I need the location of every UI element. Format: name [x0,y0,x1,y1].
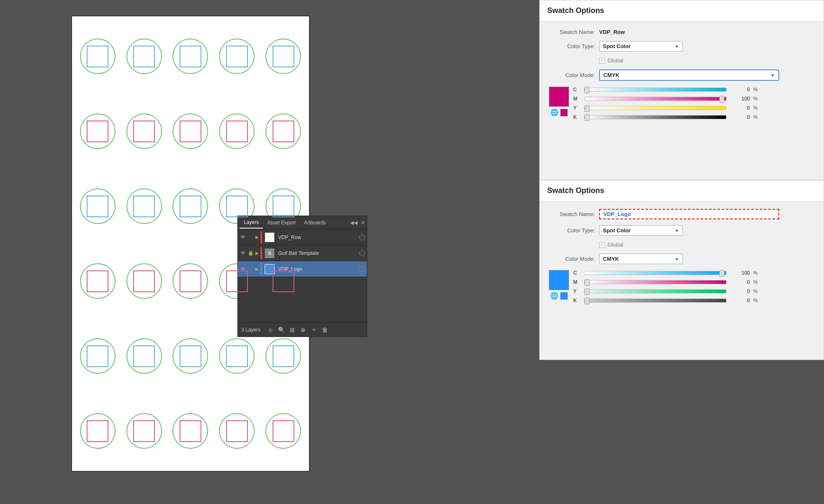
lock-icon-golf-ball[interactable]: 🔒 [248,250,254,256]
slider-m-thumb-top[interactable] [719,96,724,103]
swatch-name-value-top: VDP_Row [599,29,625,35]
slider-c-value-top: 0 [730,87,750,93]
slider-c-top: C 0 % [573,87,814,93]
tab-artboards[interactable]: Artboards [300,217,330,228]
cell-5-1 [76,320,119,392]
visibility-icon-vdp-row[interactable]: 👁 [239,234,246,241]
delete-layer-icon[interactable]: 🗑 [321,326,329,334]
layer-row-vdp-logo[interactable]: 👁 ▶ VDP_Logo [238,261,367,277]
tab-layers[interactable]: Layers [239,217,263,229]
slider-y-pct-bottom: % [753,288,760,294]
color-type-dropdown-bottom[interactable]: Spot Color ▼ [599,225,683,236]
global-checkbox-top[interactable]: ✓ [599,58,605,64]
slider-k-track-bottom[interactable] [584,298,726,303]
color-type-label-bottom: Color Type: [549,227,595,234]
cell-1-3 [169,21,212,92]
slider-c-thumb-top[interactable] [585,87,590,93]
layer-color-bar-golf-ball [260,247,262,259]
expand-arrow-vdp-logo[interactable]: ▶ [255,267,259,271]
global-checkbox-bottom[interactable]: ✓ [599,242,605,248]
slider-c-track-top[interactable] [584,87,726,92]
color-mode-row-top: Color Mode: CMYK ▼ [549,69,814,81]
collapse-icon[interactable]: ◀◀ [350,220,358,226]
slider-c-bottom: C 100 % [573,270,814,276]
swatch-preview-top [549,87,569,107]
cell-5-3 [169,320,212,392]
swatch-name-input-bottom[interactable]: VDP_Logo [599,209,779,219]
cell-2-3 [169,95,212,167]
cell-6-5 [262,395,305,467]
cell-6-3 [169,395,212,467]
slider-y-value-bottom: 0 [730,288,750,294]
cell-6-4 [215,395,258,467]
slider-c-track-bottom[interactable] [584,271,726,275]
swatch-name-row-top: Swatch Name: VDP_Row [549,29,814,35]
chevron-down-icon-color-mode-top: ▼ [770,73,775,78]
swatch-panel-bottom-body: Swatch Name: VDP_Logo Color Type: Spot C… [540,201,824,317]
slider-y-label-top: Y [573,105,581,111]
slider-c-thumb-bottom[interactable] [719,270,724,277]
slider-y-bottom: Y 0 % [573,288,814,294]
color-type-row-bottom: Color Type: Spot Color ▼ [549,225,814,236]
color-mode-label-bottom: Color Mode: [549,256,595,262]
slider-c-label-bottom: C [573,270,581,276]
chevron-down-icon-color-type-top: ▼ [675,44,679,49]
slider-k-value-top: 0 [730,114,750,120]
layer-target-golf-ball[interactable] [359,250,365,256]
make-clipping-mask-icon[interactable]: ⊕ [299,326,307,334]
color-mode-label-top: Color Mode: [549,72,595,78]
chevron-down-icon-color-mode-bottom: ▼ [675,257,679,262]
globe-icon-top: 🌐 [550,108,559,116]
color-mode-dropdown-top[interactable]: CMYK ▼ [599,69,779,81]
color-type-label-top: Color Type: [549,43,595,49]
slider-c-value-bottom: 100 [730,270,750,276]
color-picker-row-top: 🌐 C 0 % M [549,87,814,123]
slider-k-top: K 0 % [573,114,814,120]
swatch-preview-bottom [549,270,569,290]
slider-m-thumb-bottom[interactable] [585,279,590,286]
slider-m-track-bottom[interactable] [584,280,726,284]
slider-y-track-top[interactable] [584,106,726,110]
slider-k-label-bottom: K [573,298,581,303]
layer-thumb-golf-ball: ⊞ [265,248,275,258]
global-label-top: Global [608,57,623,64]
slider-k-pct-top: % [753,114,760,120]
cell-1-5 [262,21,305,92]
color-mode-dropdown-bottom[interactable]: CMYK ▼ [599,254,683,264]
layer-row-vdp-row[interactable]: 👁 ▶ VDP_Row [238,229,367,245]
slider-y-thumb-bottom[interactable] [585,288,590,295]
color-type-row-top: Color Type: Spot Color ▼ [549,41,814,51]
tab-asset-export[interactable]: Asset Export [263,217,300,228]
slider-m-track-top[interactable] [584,97,726,101]
layer-color-bar-vdp-row [260,231,262,243]
slider-k-thumb-top[interactable] [585,114,590,121]
color-preview-bottom: 🌐 [549,270,569,300]
expand-arrow-vdp-row[interactable]: ▶ [255,235,259,239]
slider-k-track-top[interactable] [584,115,726,119]
close-icon[interactable]: ✕ [361,220,365,226]
collect-icon[interactable]: ⊞ [288,326,296,334]
cell-2-4 [215,95,258,167]
search-icon[interactable]: 🔍 [277,326,286,334]
layer-target-vdp-row[interactable] [359,234,365,240]
layer-row-golf-ball[interactable]: 👁 🔒 ▶ ⊞ Golf Ball Template [238,245,367,261]
cell-4-2 [123,245,166,317]
layer-target-vdp-logo[interactable] [359,266,365,272]
visibility-icon-golf-ball[interactable]: 👁 [239,250,246,257]
expand-arrow-golf-ball[interactable]: ▶ [255,251,259,255]
color-type-dropdown-top[interactable]: Spot Color ▼ [599,41,683,51]
cell-4-3 [169,245,212,317]
swatch-name-row-bottom: Swatch Name: VDP_Logo [549,209,814,219]
layer-name-vdp-row: VDP_Row [276,234,358,240]
slider-m-pct-bottom: % [753,279,760,285]
cell-3-2 [123,170,166,242]
new-layer-from-selection-icon[interactable]: ⎋ [266,326,275,334]
color-picker-row-bottom: 🌐 C 100 % M [549,270,814,307]
slider-y-thumb-top[interactable] [585,105,590,112]
globe-and-small-swatch-bottom: 🌐 [550,292,568,300]
slider-y-track-bottom[interactable] [584,289,726,293]
new-layer-icon[interactable]: ＋ [310,326,318,334]
cell-3-1 [76,170,119,242]
slider-k-label-top: K [573,114,581,120]
slider-k-thumb-bottom[interactable] [585,298,590,304]
